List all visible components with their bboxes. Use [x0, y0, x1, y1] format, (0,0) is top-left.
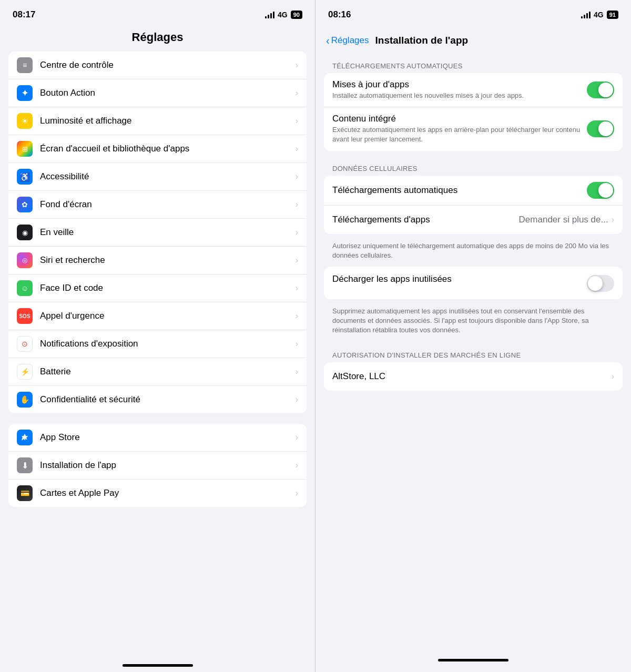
back-button[interactable]: ‹ Réglages: [326, 35, 369, 46]
telechargements-auto-title: Téléchargements automatiques: [332, 185, 587, 196]
time-right: 08:16: [328, 9, 351, 20]
signal-icon-right: [581, 11, 591, 18]
accessibilite-label: Accessibilité: [40, 171, 296, 182]
ecran-accueil-label: Écran d'accueil et bibliothèque d'apps: [40, 144, 296, 154]
settings-item-confidentialite[interactable]: ✋ Confidentialité et sécurité ›: [8, 386, 307, 413]
signal-icon: [265, 11, 274, 18]
settings-item-installation-app[interactable]: ⬇ Installation de l'app ›: [8, 452, 307, 480]
nav-bar-right: ‹ Réglages Installation de l'app: [316, 26, 631, 53]
settings-item-ecran-accueil[interactable]: ⊞ Écran d'accueil et bibliothèque d'apps…: [8, 135, 307, 163]
chevron-icon: ›: [296, 488, 298, 498]
home-indicator-right: [438, 659, 508, 661]
telechargements-auto-toggle[interactable]: [587, 182, 614, 199]
accessibilite-icon: ♿: [17, 169, 33, 185]
appel-urgence-icon: SOS: [17, 308, 33, 324]
home-indicator-left: [123, 664, 193, 667]
fond-ecran-label: Fond d'écran: [40, 199, 296, 210]
status-bar-right: 08:16 4G 91: [316, 0, 631, 26]
chevron-icon: ›: [296, 283, 298, 293]
right-content: TÉLÉCHARGEMENTS AUTOMATIQUES Mises à jou…: [316, 53, 631, 672]
card-telechargements-automatiques: Mises à jour d'apps Installez automatiqu…: [324, 73, 623, 151]
mises-a-jour-toggle[interactable]: [587, 82, 614, 98]
bouton-action-label: Bouton Action: [40, 88, 296, 98]
contenu-integre-subtitle: Exécutez automatiquement les apps en arr…: [332, 125, 587, 144]
chevron-icon: ›: [296, 88, 298, 98]
chevron-icon: ›: [296, 433, 298, 442]
fond-ecran-icon: ✿: [17, 197, 33, 212]
chevron-icon: ›: [296, 367, 298, 376]
decharger-apps-toggle[interactable]: [587, 275, 614, 292]
chevron-icon: ›: [296, 339, 298, 349]
batterie-icon: ⚡: [17, 364, 33, 380]
telechargements-apps-value: Demander si plus de...: [519, 215, 608, 225]
donnees-cellulaires-helper: Autorisez uniquement le téléchargement a…: [316, 238, 631, 267]
settings-item-luminosite[interactable]: ☀ Luminosité et affichage ›: [8, 107, 307, 135]
cartes-pay-label: Cartes et Apple Pay: [40, 488, 296, 498]
settings-item-bouton-action[interactable]: ✦ Bouton Action ›: [8, 79, 307, 107]
settings-item-accessibilite[interactable]: ♿ Accessibilité ›: [8, 163, 307, 191]
cartes-pay-icon: 💳: [17, 485, 33, 501]
mises-a-jour-title: Mises à jour d'apps: [332, 79, 587, 90]
chevron-icon: ›: [296, 311, 298, 321]
app-store-icon: A: [17, 430, 33, 445]
item-decharger-apps: Décharger les apps inutilisées: [324, 267, 623, 299]
siri-label: Siri et recherche: [40, 255, 296, 266]
status-icons-right: 4G 91: [581, 11, 618, 19]
chevron-icon: ›: [296, 228, 298, 237]
item-telechargements-apps[interactable]: Téléchargements d'apps Demander si plus …: [324, 206, 623, 234]
appel-urgence-label: Appel d'urgence: [40, 311, 296, 321]
installation-app-label: Installation de l'app: [40, 460, 296, 471]
settings-item-face-id[interactable]: ☺ Face ID et code ›: [8, 274, 307, 302]
battery-right: 91: [607, 11, 618, 19]
contenu-integre-title: Contenu intégré: [332, 114, 587, 124]
settings-item-notifications-exposition[interactable]: ⊙ Notifications d'exposition ›: [8, 330, 307, 358]
item-altstore[interactable]: AltStore, LLC ›: [324, 362, 623, 391]
settings-item-batterie[interactable]: ⚡ Batterie ›: [8, 358, 307, 386]
chevron-icon: ›: [296, 116, 298, 126]
settings-item-siri[interactable]: ◎ Siri et recherche ›: [8, 247, 307, 274]
face-id-label: Face ID et code: [40, 283, 296, 293]
chevron-icon: ›: [296, 461, 298, 470]
chevron-icon: ›: [296, 200, 298, 209]
siri-icon: ◎: [17, 252, 33, 268]
settings-item-appel-urgence[interactable]: SOS Appel d'urgence ›: [8, 302, 307, 330]
settings-list-main: ≡ Centre de contrôle › ✦ Bouton Action ›…: [8, 52, 307, 413]
page-title-right: Installation de l'app: [375, 35, 469, 46]
notifications-exposition-label: Notifications d'exposition: [40, 339, 296, 349]
settings-item-centre-controle[interactable]: ≡ Centre de contrôle ›: [8, 52, 307, 79]
face-id-icon: ☺: [17, 280, 33, 296]
item-telechargements-auto: Téléchargements automatiques: [324, 176, 623, 206]
svg-text:A: A: [22, 435, 26, 441]
card-decharger: Décharger les apps inutilisées: [324, 267, 623, 299]
settings-item-cartes-pay[interactable]: 💳 Cartes et Apple Pay ›: [8, 480, 307, 507]
time-left: 08:17: [13, 9, 35, 20]
card-marches: AltStore, LLC ›: [324, 362, 623, 391]
chevron-icon: ›: [296, 395, 298, 404]
back-label: Réglages: [331, 35, 369, 46]
section-label-marches: AUTORISATION D'INSTALLER DES MARCHÉS EN …: [316, 342, 631, 362]
en-veille-icon: ◉: [17, 225, 33, 240]
chevron-icon: ›: [296, 60, 298, 70]
network-label-left: 4G: [278, 11, 288, 19]
altstore-chevron: ›: [612, 372, 614, 381]
centre-controle-icon: ≡: [17, 57, 33, 73]
telechargements-apps-title: Téléchargements d'apps: [332, 215, 519, 225]
settings-item-en-veille[interactable]: ◉ En veille ›: [8, 219, 307, 247]
bouton-action-icon: ✦: [17, 85, 33, 101]
section-label-telechargements: TÉLÉCHARGEMENTS AUTOMATIQUES: [316, 53, 631, 73]
status-icons-left: 4G 90: [265, 11, 302, 19]
item-mises-a-jour: Mises à jour d'apps Installez automatiqu…: [324, 73, 623, 107]
centre-controle-label: Centre de contrôle: [40, 60, 296, 70]
ecran-accueil-icon: ⊞: [17, 141, 33, 157]
chevron-icon: ›: [296, 144, 298, 154]
settings-item-fond-ecran[interactable]: ✿ Fond d'écran ›: [8, 191, 307, 219]
settings-item-app-store[interactable]: A App Store ›: [8, 424, 307, 452]
battery-left: 90: [291, 11, 302, 19]
decharger-apps-title: Décharger les apps inutilisées: [332, 274, 587, 284]
right-panel: 08:16 4G 91 ‹ Réglages Installation de l…: [316, 0, 631, 672]
contenu-integre-toggle[interactable]: [587, 120, 614, 137]
chevron-icon: ›: [296, 256, 298, 265]
confidentialite-icon: ✋: [17, 392, 33, 408]
notifications-exposition-icon: ⊙: [17, 336, 33, 352]
telechargements-apps-chevron: ›: [612, 215, 614, 225]
